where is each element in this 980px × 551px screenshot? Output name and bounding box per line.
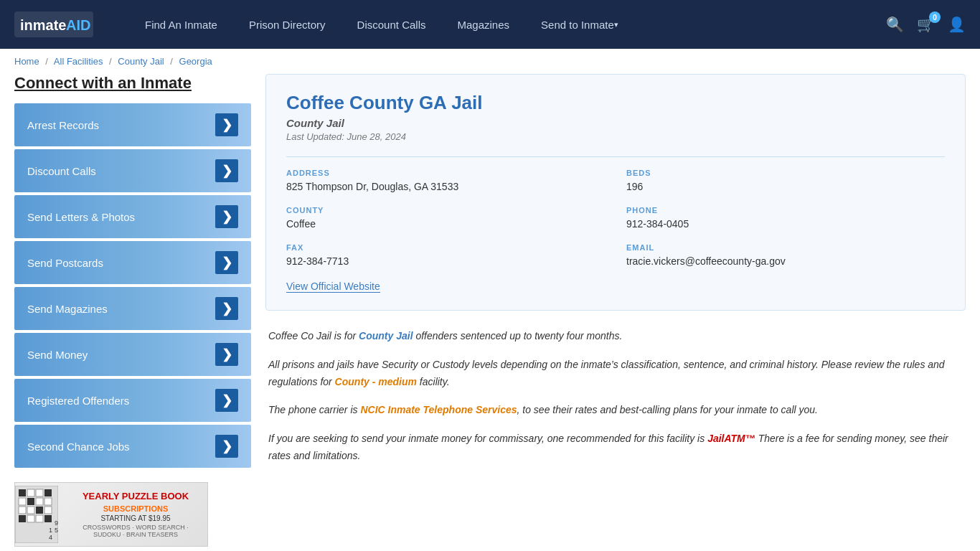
main-content: Coffee County GA Jail County Jail Last U… <box>265 74 966 547</box>
county-jail-link[interactable]: County Jail <box>359 330 413 342</box>
ad-price: STARTING AT $19.95 <box>70 514 202 522</box>
desc-para-1-post: offenders sentenced up to twenty four mo… <box>413 330 623 342</box>
breadcrumb-all-facilities[interactable]: All Facilities <box>54 56 103 67</box>
sidebar-menu: Arrest Records ❯ Discount Calls ❯ Send L… <box>14 103 251 468</box>
arrow-icon: ❯ <box>215 435 238 458</box>
nav-discount-calls[interactable]: Discount Calls <box>341 0 442 49</box>
svg-rect-7 <box>44 489 52 496</box>
sidebar-item-label: Send Letters & Photos <box>27 211 135 223</box>
sidebar-item-send-money[interactable]: Send Money ❯ <box>14 333 251 376</box>
county-medium-link[interactable]: County - medium <box>335 376 417 387</box>
ncic-link[interactable]: NCIC Inmate Telephone Services <box>360 404 517 415</box>
svg-rect-17 <box>27 515 34 522</box>
address-label: ADDRESS <box>286 169 605 177</box>
email-value: tracie.vickers@coffeecounty-ga.gov <box>626 254 945 269</box>
sidebar-item-label: Send Postcards <box>27 257 103 269</box>
svg-rect-13 <box>27 507 34 514</box>
address-value: 825 Thompson Dr, Douglas, GA 31533 <box>286 179 605 194</box>
email-label: EMAIL <box>626 243 945 252</box>
svg-rect-12 <box>19 507 26 514</box>
beds-cell: BEDS 196 <box>626 169 945 194</box>
sidebar-item-send-magazines[interactable]: Send Magazines ❯ <box>14 287 251 330</box>
logo[interactable]: inmate AID <box>14 11 93 37</box>
sidebar-item-send-letters[interactable]: Send Letters & Photos ❯ <box>14 195 251 238</box>
facility-type: County Jail <box>286 117 945 129</box>
ad-banner[interactable]: 1 4 9 5 YEARLY PUZZLE BOOK SUBSCRIPTIONS… <box>14 482 208 547</box>
facility-card: Coffee County GA Jail County Jail Last U… <box>265 74 966 311</box>
cart-badge: 0 <box>929 11 941 23</box>
county-label: COUNTY <box>286 206 605 215</box>
phone-label: PHONE <box>626 206 945 215</box>
sidebar-item-send-postcards[interactable]: Send Postcards ❯ <box>14 241 251 284</box>
nav-magazines[interactable]: Magazines <box>441 0 525 49</box>
fax-value: 912-384-7713 <box>286 254 605 269</box>
official-website-link[interactable]: View Official Website <box>286 281 380 293</box>
sidebar-item-label: Send Magazines <box>27 303 108 315</box>
breadcrumb-state[interactable]: Georgia <box>179 56 212 67</box>
arrow-icon: ❯ <box>215 113 238 136</box>
email-cell: EMAIL tracie.vickers@coffeecounty-ga.gov <box>626 243 945 269</box>
svg-rect-4 <box>19 489 26 496</box>
jailatm-link[interactable]: JailATM™ <box>707 433 755 444</box>
arrow-icon: ❯ <box>215 205 238 228</box>
sidebar-item-label: Discount Calls <box>27 165 96 177</box>
breadcrumb-home[interactable]: Home <box>14 56 39 67</box>
nav-find-inmate[interactable]: Find An Inmate <box>129 0 233 49</box>
svg-rect-16 <box>19 515 26 522</box>
user-icon[interactable]: 👤 <box>948 16 966 33</box>
svg-text:inmate: inmate <box>20 17 66 33</box>
phone-value: 912-384-0405 <box>626 217 945 232</box>
svg-rect-19 <box>44 515 52 522</box>
ad-subtitle: SUBSCRIPTIONS <box>70 504 202 513</box>
header: inmate AID Find An Inmate Prison Directo… <box>0 0 980 49</box>
sidebar-item-label: Send Money <box>27 349 88 361</box>
main-nav: Find An Inmate Prison Directory Discount… <box>129 0 864 49</box>
svg-rect-8 <box>19 498 26 505</box>
sidebar-item-label: Registered Offenders <box>27 395 129 407</box>
description-section: Coffee Co Jail is for County Jail offend… <box>265 328 966 465</box>
nav-send-to-inmate[interactable]: Send to Inmate <box>525 0 634 49</box>
svg-rect-11 <box>44 498 52 505</box>
breadcrumb: Home / All Facilities / County Jail / Ge… <box>0 49 980 74</box>
desc-para-4: If you are seeking to send your inmate m… <box>268 430 963 465</box>
svg-text:5: 5 <box>55 527 58 534</box>
desc-para-2-post: facility. <box>417 376 450 387</box>
svg-rect-6 <box>36 489 43 496</box>
arrow-icon: ❯ <box>215 251 238 274</box>
sidebar-item-registered-offenders[interactable]: Registered Offenders ❯ <box>14 379 251 422</box>
svg-rect-5 <box>27 489 34 496</box>
sidebar-item-label: Second Chance Jobs <box>27 441 130 453</box>
svg-text:AID: AID <box>66 17 90 33</box>
svg-text:9: 9 <box>55 519 58 527</box>
nav-prison-directory[interactable]: Prison Directory <box>233 0 341 49</box>
fax-label: FAX <box>286 243 605 252</box>
info-grid: ADDRESS 825 Thompson Dr, Douglas, GA 315… <box>286 156 945 269</box>
breadcrumb-county-jail[interactable]: County Jail <box>118 56 164 67</box>
desc-para-4-pre: If you are seeking to send your inmate m… <box>268 433 707 444</box>
svg-text:4: 4 <box>49 534 52 541</box>
beds-label: BEDS <box>626 169 945 177</box>
desc-para-2: All prisons and jails have Security or C… <box>268 357 963 391</box>
svg-rect-9 <box>27 498 34 505</box>
desc-para-3-post: , to see their rates and best-calling pl… <box>517 404 818 415</box>
svg-text:1: 1 <box>49 527 52 534</box>
sidebar-item-label: Arrest Records <box>27 119 99 131</box>
search-icon[interactable]: 🔍 <box>886 16 904 33</box>
county-value: Coffee <box>286 217 605 232</box>
beds-value: 196 <box>626 179 945 194</box>
ad-title: YEARLY PUZZLE BOOK <box>70 491 202 502</box>
arrow-icon: ❯ <box>215 159 238 182</box>
sidebar-item-arrest-records[interactable]: Arrest Records ❯ <box>14 103 251 146</box>
facility-name: Coffee County GA Jail <box>286 92 945 114</box>
cart-icon[interactable]: 🛒 0 <box>917 16 935 33</box>
desc-para-3-pre: The phone carrier is <box>268 404 360 415</box>
sidebar-title: Connect with an Inmate <box>14 74 251 93</box>
arrow-icon: ❯ <box>215 389 238 412</box>
svg-rect-15 <box>44 507 52 514</box>
sidebar-item-second-chance-jobs[interactable]: Second Chance Jobs ❯ <box>14 425 251 468</box>
ad-desc: CROSSWORDS · WORD SEARCH · SUDOKU · BRAI… <box>70 524 202 538</box>
sidebar: Connect with an Inmate Arrest Records ❯ … <box>14 74 251 547</box>
main-layout: Connect with an Inmate Arrest Records ❯ … <box>0 74 980 551</box>
desc-para-1-pre: Coffee Co Jail is for <box>268 330 359 342</box>
sidebar-item-discount-calls[interactable]: Discount Calls ❯ <box>14 149 251 192</box>
